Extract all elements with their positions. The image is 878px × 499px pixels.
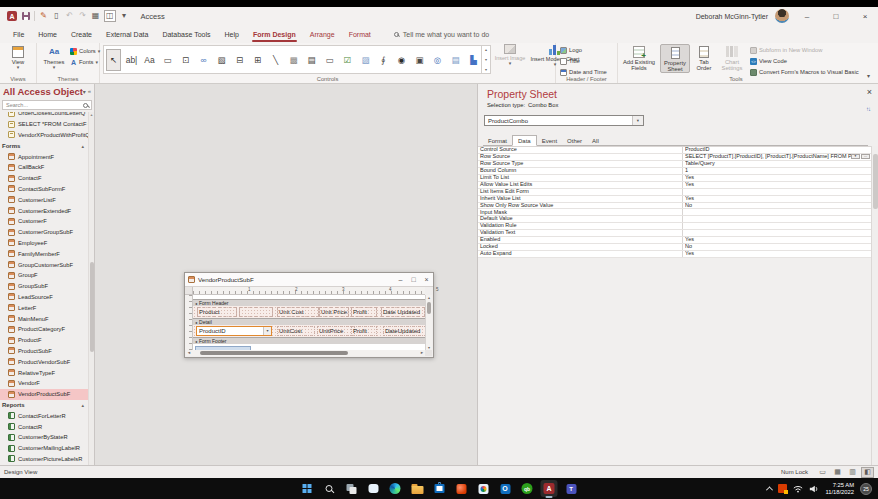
start-taskbar-icon[interactable] xyxy=(299,480,316,497)
insert-page-break-icon[interactable]: ⊟ xyxy=(232,55,247,65)
combo-box-icon[interactable]: ⊞ xyxy=(250,55,265,65)
layout-view-button[interactable]: ▥ xyxy=(846,467,859,478)
property-value[interactable] xyxy=(683,223,871,229)
nav-scrollbar[interactable]: ▴ xyxy=(88,112,94,465)
scroll-up-icon[interactable]: ▴ xyxy=(428,295,430,300)
form-header-section-bar[interactable]: ◂ Form Header xyxy=(193,299,425,306)
quickbooks-taskbar-icon[interactable]: qb xyxy=(519,480,536,497)
menu-tab-external-data[interactable]: External Data xyxy=(99,25,155,43)
close-button[interactable]: × xyxy=(854,7,876,25)
property-value[interactable] xyxy=(683,209,871,215)
design-view-icon[interactable]: ◫ xyxy=(104,10,116,22)
form-close-button[interactable]: × xyxy=(420,273,433,286)
nav-item-groupf[interactable]: GroupF xyxy=(0,270,88,281)
property-value[interactable]: Yes xyxy=(683,237,871,243)
fonts-button[interactable]: Fonts ▾ xyxy=(70,58,100,66)
nav-item-customerextendedf[interactable]: CustomerExtendedF xyxy=(0,205,88,216)
defender-icon[interactable] xyxy=(778,484,787,493)
themes-button[interactable]: Themes ▾ xyxy=(40,44,68,69)
office-taskbar-icon[interactable] xyxy=(453,480,470,497)
teams-taskbar-icon[interactable]: T xyxy=(563,480,580,497)
nav-item-groupsubf[interactable]: GroupSubF xyxy=(0,281,88,292)
nav-item-callbackf[interactable]: CallBackF xyxy=(0,162,88,173)
nav-item-contactsubformf[interactable]: ContactSubFormF xyxy=(0,184,88,195)
property-value[interactable]: Yes xyxy=(683,175,871,181)
scroll-thumb[interactable] xyxy=(873,154,878,209)
nav-item-groupcustomersubf[interactable]: GroupCustomerSubF xyxy=(0,259,88,270)
property-value[interactable]: Table/Query xyxy=(683,161,871,167)
maximize-button[interactable]: □ xyxy=(825,7,847,25)
rectangle-icon[interactable]: ▭ xyxy=(322,55,337,65)
tab-control-icon[interactable]: ⊡ xyxy=(178,55,193,65)
nav-item-contactr[interactable]: ContactR xyxy=(0,421,88,432)
colors-button[interactable]: Colors ▾ xyxy=(70,47,100,55)
form-view-button[interactable]: ▭ xyxy=(816,467,829,478)
nav-item-productsubf[interactable]: ProductSubF xyxy=(0,346,88,357)
scroll-thumb[interactable] xyxy=(427,302,431,314)
select-icon[interactable]: ↖ xyxy=(106,49,121,71)
property-value[interactable]: Yes xyxy=(683,182,871,188)
collapse-ribbon-button[interactable]: ▾ xyxy=(867,72,870,79)
property-value[interactable]: ProductID xyxy=(683,147,871,153)
volume-icon[interactable] xyxy=(809,485,819,493)
image-icon[interactable]: ▨ xyxy=(358,55,373,65)
datasheet-view-button[interactable]: ▦ xyxy=(831,467,844,478)
nav-item-orderclosescountletterq[interactable]: OrderClosesCountLetterQ xyxy=(0,112,88,119)
header-label-profit[interactable]: Profit xyxy=(351,307,377,317)
option-button-icon[interactable]: ◉ xyxy=(394,55,409,65)
list-box-icon[interactable]: ▤ xyxy=(304,55,319,65)
builder-button[interactable]: … xyxy=(861,154,870,159)
view-code-button[interactable]: View Code xyxy=(750,57,859,65)
selected-combo-productid[interactable]: ProductID▾ xyxy=(196,326,272,336)
form-footer-section-bar[interactable]: ◂ Form Footer xyxy=(193,337,425,344)
nav-item-customerpicturelabelsr[interactable]: CustomerPictureLabelsR xyxy=(0,454,88,465)
nav-search-box[interactable]: Search... xyxy=(2,100,92,110)
option-group-icon[interactable]: ▧ xyxy=(214,55,229,65)
property-value[interactable]: Yes xyxy=(683,196,871,202)
text-box-dateupdated[interactable]: DateUpdated xyxy=(383,326,425,336)
text-box-profit[interactable]: Profit xyxy=(351,326,377,336)
property-value[interactable] xyxy=(683,189,871,195)
nav-item-vendorxproductwithprofitq[interactable]: VendorXProductWithProfitQ xyxy=(0,130,88,141)
search-taskbar-icon[interactable] xyxy=(321,480,338,497)
nav-item-appointmentf[interactable]: AppointmentF xyxy=(0,151,88,162)
nav-pane-title[interactable]: All Access Objects ▾« xyxy=(0,84,94,99)
nav-item-employeef[interactable]: EmployeeF xyxy=(0,238,88,249)
menu-tab-form-design[interactable]: Form Design xyxy=(246,25,303,43)
toggle-button-icon[interactable]: ▩ xyxy=(286,55,301,65)
property-value[interactable] xyxy=(683,230,871,236)
nav-item-customermailinglabelr[interactable]: CustomerMailingLabelR xyxy=(0,443,88,454)
scroll-right-icon[interactable]: ► xyxy=(420,350,424,356)
nav-item-leadsourcef[interactable]: LeadSourceF xyxy=(0,292,88,303)
property-tab-other[interactable]: Other xyxy=(562,135,587,146)
gallery-scroll-buttons[interactable]: ▴▾▾ xyxy=(481,46,490,73)
nav-item-relativetypef[interactable]: RelativeTypeF xyxy=(0,367,88,378)
property-tab-format[interactable]: Format xyxy=(483,135,512,146)
edge-taskbar-icon[interactable] xyxy=(387,480,404,497)
form-maximize-button[interactable]: □ xyxy=(407,273,420,286)
scroll-thumb[interactable] xyxy=(200,351,348,355)
label-icon[interactable]: Aa xyxy=(142,55,157,65)
ruler-horizontal[interactable]: 12345 xyxy=(193,287,425,295)
design-view-button[interactable]: ◧ xyxy=(861,467,874,478)
property-tab-data[interactable]: Data xyxy=(512,135,537,146)
nav-item-productcategoryf[interactable]: ProductCategoryF xyxy=(0,324,88,335)
nav-item-mainmenuf[interactable]: MainMenuF xyxy=(0,313,88,324)
title-button[interactable]: Title xyxy=(560,57,607,65)
task-view-taskbar-icon[interactable] xyxy=(343,480,360,497)
file-explorer-taskbar-icon[interactable] xyxy=(409,480,426,497)
header-label-unit-cost[interactable]: Unit Cost xyxy=(277,307,319,317)
chevron-up-icon[interactable] xyxy=(767,486,772,491)
wifi-icon[interactable] xyxy=(793,485,803,493)
nav-item-vendorf[interactable]: VendorF xyxy=(0,378,88,389)
form-horizontal-scrollbar[interactable]: ◄ ► xyxy=(186,350,425,356)
tray-clock[interactable]: 7:25 AM 11/18/2022 xyxy=(825,482,854,495)
tab-order-button[interactable]: Tab Order xyxy=(692,44,716,71)
header-label-product[interactable]: Product xyxy=(197,307,237,317)
photos-taskbar-icon[interactable] xyxy=(475,480,492,497)
notification-badge[interactable]: 25 xyxy=(860,483,872,495)
format-painter-icon[interactable]: ✎ xyxy=(39,11,48,21)
menu-tab-create[interactable]: Create xyxy=(64,25,99,43)
check-box-icon[interactable]: ☑ xyxy=(340,55,355,65)
view-button[interactable]: View ▾ xyxy=(4,44,32,69)
